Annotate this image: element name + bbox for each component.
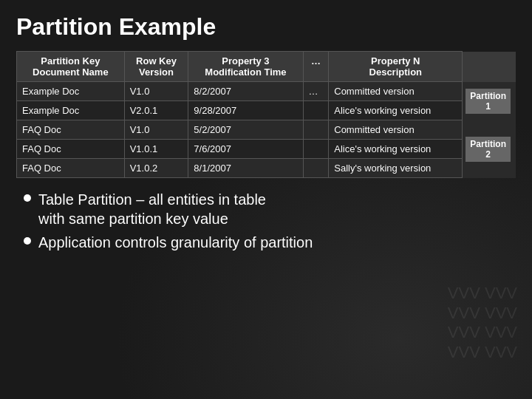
bullet-text-2: Application controls granularity of part… [38, 233, 313, 252]
cell-description: Alice's working version [329, 140, 463, 159]
table-row: Example Doc V1.0 8/2/2007 … Committed ve… [17, 82, 516, 101]
cell-doc-name: FAQ Doc [17, 159, 125, 178]
cell-doc-name: FAQ Doc [17, 140, 125, 159]
page-title: Partition Example [16, 13, 516, 41]
cell-mod-time: 8/2/2007 [188, 82, 303, 101]
cell-mod-time: 9/28/2007 [188, 101, 303, 120]
cell-ellipsis: … [303, 82, 329, 101]
cell-mod-time: 7/6/2007 [188, 140, 303, 159]
table-row: Example Doc V2.0.1 9/28/2007 Alice's wor… [17, 101, 516, 120]
cell-row-key: V1.0 [124, 82, 188, 101]
cell-description: Alice's working version [329, 101, 463, 120]
cell-description: Sally's working version [329, 159, 463, 178]
cell-row-key: V1.0.2 [124, 159, 188, 178]
cell-doc-name: Example Doc [17, 101, 125, 120]
col-header-partition-key: Partition KeyDocument Name [17, 52, 125, 82]
cell-doc-name: FAQ Doc [17, 120, 125, 140]
cell-row-key: V1.0.1 [124, 140, 188, 159]
table-header-row: Partition KeyDocument Name Row KeyVersio… [17, 52, 516, 82]
bullets-section: Table Partition – all entities in tablew… [16, 190, 516, 252]
cell-ellipsis [303, 120, 329, 140]
table-row: FAQ Doc V1.0.1 7/6/2007 Alice's working … [17, 140, 516, 159]
cell-ellipsis [303, 159, 329, 178]
table-row: FAQ Doc V1.0 5/2/2007 Committed version … [17, 120, 516, 140]
decorative-pattern: VVV VVV VVV VVV VVV VVV VVV VVV [448, 284, 517, 362]
col-header-row-key: Row KeyVersion [124, 52, 188, 82]
col-header-propertyN: Property NDescription [329, 52, 463, 82]
cell-description: Committed version [329, 82, 463, 101]
partition-label-2: Partition2 [463, 120, 516, 178]
cell-row-key: V1.0 [124, 120, 188, 140]
col-header-partition-label [463, 52, 516, 82]
cell-doc-name: Example Doc [17, 82, 125, 101]
col-header-property3: Property 3Modification Time [188, 52, 303, 82]
cell-ellipsis [303, 101, 329, 120]
col-header-ellipsis: … [303, 52, 329, 82]
cell-description: Committed version [329, 120, 463, 140]
partition-label-1: Partition1 [463, 82, 516, 120]
bullet-dot-1 [24, 194, 31, 202]
bullet-text-1: Table Partition – all entities in tablew… [38, 190, 266, 228]
cell-row-key: V2.0.1 [124, 101, 188, 120]
bullet-item-1: Table Partition – all entities in tablew… [24, 190, 516, 228]
bullet-item-2: Application controls granularity of part… [24, 233, 516, 252]
main-container: Partition Example Partition KeyDocument … [0, 0, 532, 265]
cell-mod-time: 5/2/2007 [188, 120, 303, 140]
bullet-dot-2 [24, 237, 31, 245]
partition-table: Partition KeyDocument Name Row KeyVersio… [16, 51, 516, 178]
table-wrapper: Partition KeyDocument Name Row KeyVersio… [16, 51, 516, 178]
cell-mod-time: 8/1/2007 [188, 159, 303, 178]
cell-ellipsis [303, 140, 329, 159]
table-row: FAQ Doc V1.0.2 8/1/2007 Sally's working … [17, 159, 516, 178]
